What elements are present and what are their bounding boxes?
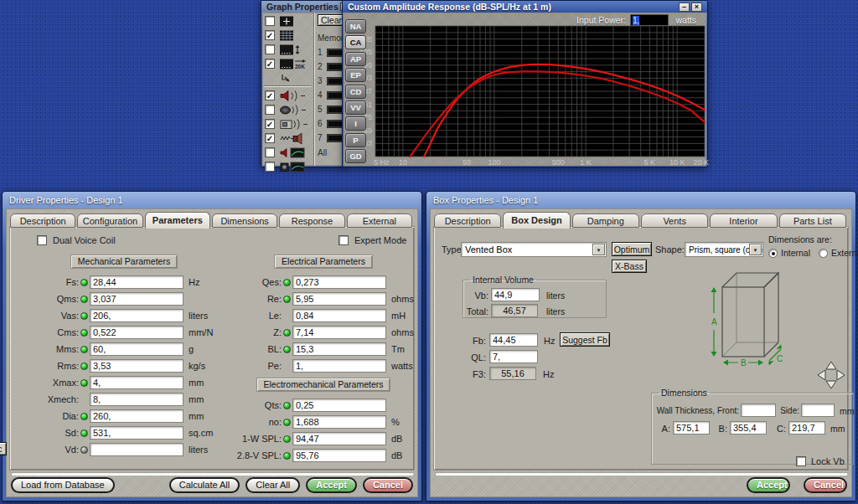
param-input[interactable]	[90, 409, 183, 423]
param-input[interactable]	[90, 342, 183, 356]
box-type-dropdown[interactable]: Vented Box ▼	[461, 242, 607, 257]
param-input[interactable]	[292, 415, 386, 429]
mic-curve-checkbox[interactable]	[265, 162, 275, 172]
param-input[interactable]	[90, 426, 183, 440]
total-unit: liters	[546, 306, 565, 316]
param-input[interactable]	[90, 359, 183, 373]
calculate-all-button[interactable]: Calculate All	[169, 477, 240, 493]
ql-input[interactable]	[489, 350, 538, 363]
graph-tab-vv[interactable]: VV	[345, 100, 366, 115]
passive-radiator-checkbox[interactable]	[265, 105, 275, 115]
chevron-down-icon[interactable]: ▼	[592, 244, 605, 255]
box-shape-dropdown[interactable]: Prism, square (opt.) ▼	[685, 242, 763, 257]
graph-memory-panel: Clear Memory 1234567 All	[313, 13, 344, 166]
param-input[interactable]	[90, 326, 183, 339]
tab-external[interactable]: External	[347, 213, 412, 228]
x-range-20k-checkbox[interactable]: ✓	[265, 59, 275, 69]
param-unit: mm	[189, 378, 204, 388]
room-response-checkbox[interactable]: ✓	[265, 119, 275, 129]
param-input[interactable]	[90, 376, 183, 389]
param-input[interactable]	[292, 292, 386, 306]
internal-volume-header: Internal Volume	[470, 275, 536, 285]
driver-acoustic-checkbox[interactable]: ✓	[265, 90, 275, 100]
param-input[interactable]	[292, 275, 386, 289]
tab-description[interactable]: Description	[10, 213, 75, 228]
driver-curve-checkbox[interactable]	[265, 147, 275, 157]
graph-tab-i[interactable]: I	[345, 116, 366, 131]
vb-input[interactable]	[491, 288, 540, 301]
dim-b-input[interactable]	[730, 421, 767, 435]
optimum-button[interactable]: Optimum	[612, 242, 652, 256]
param-input[interactable]	[292, 342, 386, 356]
move-compass-icon[interactable]	[817, 361, 845, 389]
y-zoom-checkbox[interactable]	[265, 44, 275, 54]
param-input[interactable]	[90, 292, 183, 306]
amplitude-response-titlebar[interactable]: Custom Amplitude Response (dB-SPL/Hz at …	[343, 1, 707, 13]
calc-button[interactable]: Calc	[0, 442, 7, 455]
cancel-button[interactable]: Cancel	[363, 477, 413, 493]
tab-damping[interactable]: Damping	[572, 213, 639, 228]
param-input[interactable]	[90, 393, 183, 406]
external-radio[interactable]	[819, 249, 828, 258]
memory-all-label[interactable]: All	[318, 148, 344, 157]
tab-box-design[interactable]: Box Design	[503, 212, 570, 229]
graph-tab-gd[interactable]: GD	[345, 149, 366, 163]
param-input[interactable]	[292, 449, 386, 462]
box-properties-titlebar[interactable]: Box Properties - Design 1	[426, 192, 855, 208]
graph-tab-ap[interactable]: AP	[345, 52, 366, 66]
param-row: Z:ohms	[226, 324, 421, 341]
chevron-down-icon[interactable]: ▼	[749, 244, 762, 255]
cancel-button[interactable]: Cancel	[804, 477, 847, 493]
input-power-field[interactable]: 1,	[630, 14, 669, 26]
tab-interior[interactable]: Interior	[710, 213, 777, 228]
driver-properties-body: DescriptionConfigurationParametersDimens…	[6, 208, 418, 497]
close-icon[interactable]: ×	[691, 3, 702, 12]
dim-c-input[interactable]	[788, 421, 825, 435]
param-row: 1-W SPL:dB	[226, 430, 421, 447]
divider	[11, 472, 413, 476]
lock-vb-checkbox[interactable]	[796, 456, 806, 466]
tab-description[interactable]: Description	[434, 213, 501, 228]
param-input[interactable]	[292, 309, 386, 322]
fb-input[interactable]	[489, 333, 538, 347]
graph-tab-ca[interactable]: CA	[345, 35, 366, 49]
expert-mode-checkbox[interactable]	[339, 235, 349, 245]
param-input[interactable]	[292, 399, 386, 412]
dual-voice-coil-checkbox[interactable]	[37, 235, 47, 245]
vb-unit: liters	[546, 291, 565, 301]
dim-a-input[interactable]	[673, 421, 710, 435]
wall-side-input[interactable]	[801, 404, 835, 417]
internal-radio[interactable]	[768, 249, 778, 258]
electrical-network-checkbox[interactable]: ✓	[265, 133, 275, 143]
tab-parts-list[interactable]: Parts List	[779, 213, 846, 228]
tab-configuration[interactable]: Configuration	[77, 213, 142, 228]
grid-checkbox[interactable]: ✓	[265, 30, 275, 40]
param-label: Re:	[226, 294, 282, 304]
accept-button[interactable]: Accept	[747, 477, 790, 493]
param-input[interactable]	[292, 432, 386, 445]
load-from-database-button[interactable]: Load from Database	[11, 477, 115, 493]
crosshair-checkbox[interactable]	[265, 16, 275, 26]
tab-response[interactable]: Response	[279, 213, 344, 228]
param-input[interactable]	[292, 359, 386, 373]
param-input[interactable]	[90, 309, 183, 322]
graph-tab-cd[interactable]: CD	[345, 85, 366, 99]
graph-properties-titlebar[interactable]: Graph Properties ×	[261, 1, 345, 13]
tab-parameters[interactable]: Parameters	[145, 212, 210, 229]
wall-front-input[interactable]	[741, 404, 776, 417]
tab-dimensions[interactable]: Dimensions	[212, 213, 277, 228]
tab-vents[interactable]: Vents	[641, 213, 708, 228]
status-led-green	[80, 279, 88, 286]
param-input[interactable]	[90, 443, 183, 456]
driver-properties-titlebar[interactable]: Driver Properties - Design 1	[3, 192, 421, 208]
x-bass-button[interactable]: X-Bass	[612, 260, 647, 273]
graph-tab-p[interactable]: P	[345, 133, 366, 147]
accept-button[interactable]: Accept	[306, 477, 357, 493]
param-input[interactable]	[90, 275, 183, 289]
param-input[interactable]	[292, 326, 386, 339]
graph-tab-ep[interactable]: EP	[345, 68, 366, 82]
suggest-fb-button[interactable]: Suggest Fb	[560, 332, 610, 347]
graph-tab-na[interactable]: NA	[345, 19, 366, 33]
minimize-icon[interactable]: –	[679, 3, 690, 12]
clear-all-button[interactable]: Clear All	[246, 477, 300, 493]
